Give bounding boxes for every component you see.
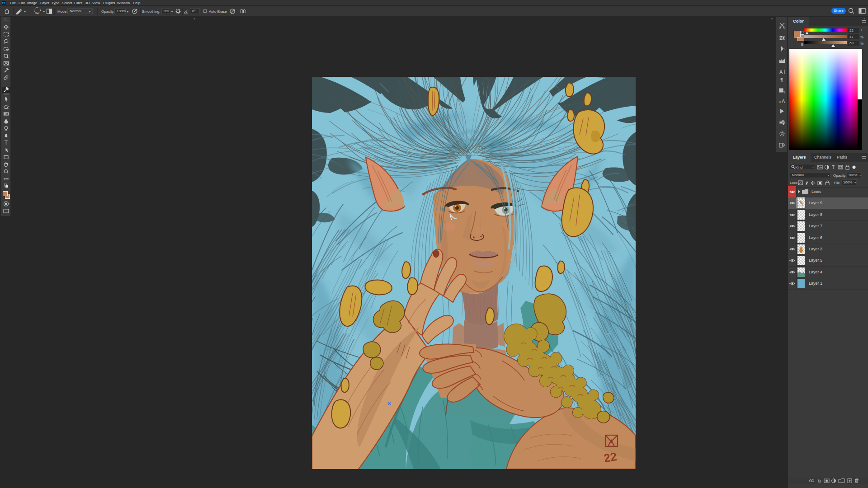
svg-text:o: o bbox=[779, 99, 781, 103]
svg-text:¶: ¶ bbox=[783, 90, 785, 94]
svg-text:A: A bbox=[779, 69, 783, 75]
svg-text:¶: ¶ bbox=[780, 77, 783, 83]
svg-text:T: T bbox=[5, 140, 8, 146]
svg-text:T: T bbox=[832, 165, 835, 170]
svg-text:A: A bbox=[782, 99, 785, 104]
svg-text:fx: fx bbox=[818, 479, 822, 483]
svg-text:22: 22 bbox=[603, 450, 618, 465]
